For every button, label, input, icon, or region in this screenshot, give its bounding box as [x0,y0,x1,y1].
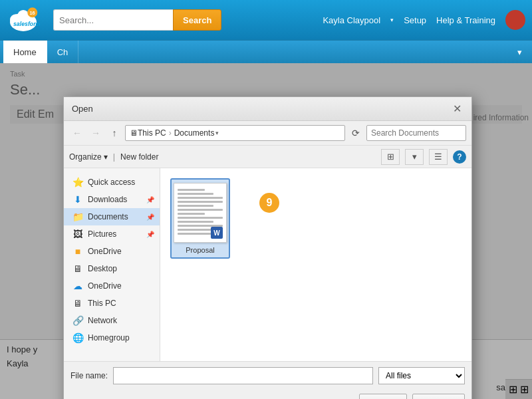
avatar [505,10,525,30]
this-pc-icon: 🖥 [72,297,84,309]
salesforce-logo-icon: salesforce 16 [7,3,40,37]
sidebar-label-documents: Documents [88,212,128,221]
sidebar-label-quick-access: Quick access [88,178,135,187]
nav-links: Kayla Claypool ▾ Setup Help & Training [323,10,525,30]
sidebar-label-downloads: Downloads [88,195,127,204]
path-dropdown-icon[interactable]: ▾ [215,130,219,136]
sidebar-item-onedrive[interactable]: ☁ OneDrive [64,277,160,295]
back-button[interactable]: ← [69,125,85,141]
topbar: salesforce 16 Search Kayla Claypool ▾ Se… [0,0,532,40]
up-button[interactable]: ↑ [106,125,122,141]
open-button[interactable]: Open [359,394,406,399]
user-name-link[interactable]: Kayla Claypool [323,15,380,25]
svg-point-3 [17,10,29,22]
dialog-toolbar: Organize ▾ | New folder ⊞ ▾ ☰ ? [64,146,471,168]
view-button-2[interactable]: ▾ [405,149,424,165]
documents-pin-icon: 📌 [146,213,154,221]
refresh-button[interactable]: ⟳ [348,125,364,141]
nav-more-icon[interactable]: ▾ [511,47,529,57]
sidebar-label-onedrive: OneDrive [88,281,122,291]
content-area: Task Se... Edit Em ired Information I ho… [0,63,532,399]
sidebar-item-desktop[interactable]: 🖥 Desktop [64,260,160,277]
organize-label: Organize [69,152,102,162]
help-button[interactable]: ? [453,150,466,164]
navbar: Home Ch ▾ [0,40,532,63]
path-part-1: This PC [138,128,166,138]
filename-input[interactable] [113,367,373,384]
path-separator: › [169,128,172,138]
sidebar-item-quick-access[interactable]: ⭐ Quick access [64,174,160,191]
sidebar-item-downloads[interactable]: ⬇ Downloads 📌 [64,191,160,208]
quick-access-icon: ⭐ [72,176,84,188]
sidebar-label-homegroup: Homegroup [88,333,130,342]
sidebar-label-desktop: Desktop [88,264,117,273]
dialog-title: Open [72,104,93,114]
downloads-pin-icon: 📌 [146,196,154,203]
badge-file-9: 9 [259,193,279,213]
filetype-dropdown[interactable]: All files Word Documents PDF Files [378,367,465,384]
filename-label: File name: [70,371,108,380]
sidebar-label-onedrive-desktop: OneDrive [88,247,122,256]
view-button-3[interactable]: ☰ [429,149,448,165]
tab-home[interactable]: Home [3,41,47,64]
sidebar-item-pictures[interactable]: 🖼 Pictures 📌 [64,225,160,243]
documents-icon: 📁 [72,211,84,223]
organize-button[interactable]: Organize ▾ [69,152,108,162]
onedrive-desktop-icon: ■ [72,245,84,257]
dialog-titlebar: Open ✕ [64,97,471,121]
search-container: Search [53,9,221,31]
address-bar: ← → ↑ 🖥 This PC › Documents ▾ ⟳ [64,121,471,146]
help-training-link[interactable]: Help & Training [436,15,495,25]
network-icon: 🔗 [72,315,84,327]
sidebar-label-network: Network [88,316,117,325]
sidebar-item-this-pc[interactable]: 🖥 This PC [64,295,160,312]
file-thumbnail-proposal: W [174,183,227,243]
sidebar-item-onedrive-desktop[interactable]: ■ OneDrive [64,243,160,260]
view-button-1[interactable]: ⊞ [381,149,400,165]
dialog-actions: Open Cancel [64,390,471,399]
sidebar-label-this-pc: This PC [88,299,116,308]
tab-chatter[interactable]: Ch [47,41,79,64]
sidebar-label-pictures: Pictures [88,229,116,239]
sidebar-item-network[interactable]: 🔗 Network [64,312,160,329]
file-item-proposal[interactable]: W Proposal [170,178,230,259]
open-dialog: Open ✕ ← → ↑ 🖥 This PC › Documents ▾ ⟳ O… [63,96,472,399]
logo: salesforce 16 [7,3,40,37]
organize-dropdown-icon: ▾ [104,152,108,162]
onedrive-icon: ☁ [72,280,84,292]
pictures-icon: 🖼 [72,228,84,240]
sidebar-item-homegroup[interactable]: 🌐 Homegroup [64,329,160,346]
svg-text:16: 16 [29,10,35,16]
svg-text:salesforce: salesforce [13,21,40,27]
dialog-bottom: File name: All files Word Documents PDF … [64,361,471,390]
desktop-icon: 🖥 [72,263,84,275]
path-part-2: Documents [174,128,215,138]
downloads-icon: ⬇ [72,194,84,205]
cancel-button[interactable]: Cancel [412,394,465,399]
file-name-proposal: Proposal [186,246,214,254]
search-input[interactable] [53,9,173,31]
path-icon: 🖥 [130,128,138,138]
pictures-pin-icon: 📌 [146,231,154,238]
dialog-close-button[interactable]: ✕ [450,102,464,116]
file-area: W Proposal [160,168,471,361]
sidebar: ⭐ Quick access ⬇ Downloads 📌 📁 Documents… [64,168,160,361]
sidebar-item-documents[interactable]: 📁 Documents 📌 [64,208,160,225]
address-path[interactable]: 🖥 This PC › Documents ▾ [125,125,345,141]
search-button[interactable]: Search [173,9,221,31]
setup-link[interactable]: Setup [404,15,426,25]
forward-button[interactable]: → [88,125,104,141]
user-dropdown-icon[interactable]: ▾ [390,17,394,23]
new-folder-button[interactable]: New folder [120,152,158,162]
search-documents-input[interactable] [366,125,466,141]
word-badge: W [211,227,223,239]
homegroup-icon: 🌐 [72,332,84,344]
